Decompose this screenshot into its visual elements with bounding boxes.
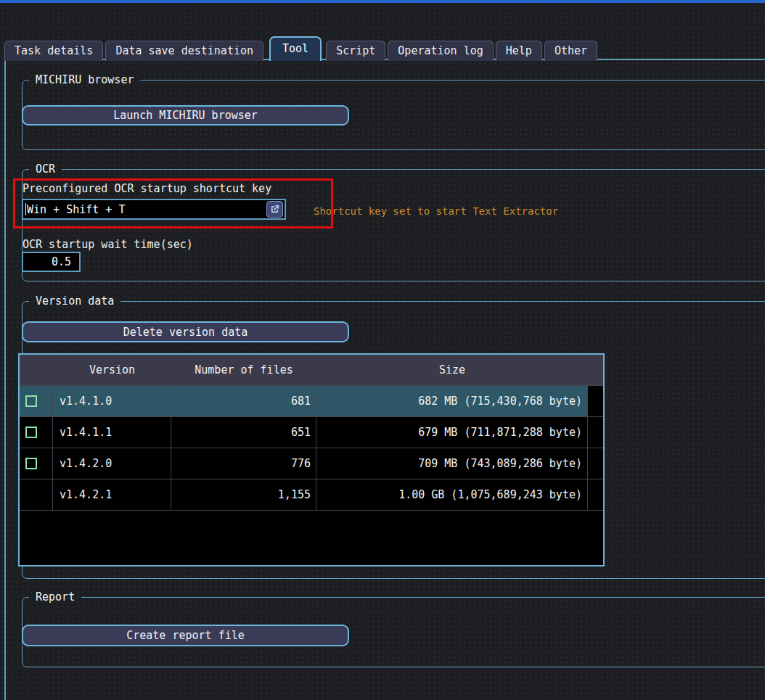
text-caret [25, 203, 26, 215]
table-row[interactable]: v1.4.1.0681682 MB (715,430,768 byte) [20, 386, 603, 417]
cell-number-of-files: 776 [171, 448, 316, 479]
cell-select [20, 479, 53, 510]
version-table-header: Version Number of files Size [20, 355, 603, 386]
cell-filler [588, 386, 603, 416]
cell-size: 1.00 GB (1,075,689,243 byte) [316, 479, 588, 510]
ocr-shortcut-label: Preconfigured OCR startup shortcut key [22, 182, 271, 195]
cell-filler [588, 448, 603, 479]
tab-script[interactable]: Script [326, 41, 385, 61]
cell-size: 679 MB (711,871,288 byte) [316, 417, 588, 448]
version-table-body: v1.4.1.0681682 MB (715,430,768 byte)v1.4… [20, 386, 603, 511]
header-number-of-files: Number of files [171, 355, 316, 385]
tab-operation-log[interactable]: Operation log [388, 41, 493, 61]
cell-number-of-files: 651 [171, 417, 316, 448]
cell-version: v1.4.2.0 [53, 448, 171, 479]
row-checkbox[interactable] [25, 458, 37, 469]
launch-michiru-browser-button[interactable]: Launch MICHIRU browser [22, 105, 349, 125]
cell-select [20, 417, 53, 448]
cell-size: 682 MB (715,430,768 byte) [316, 386, 588, 416]
header-filler [588, 355, 603, 385]
group-title-michiru-browser: MICHIRU browser [29, 73, 140, 86]
cell-select [20, 386, 53, 416]
tab-data-save-destination[interactable]: Data save destination [105, 41, 263, 61]
group-title-version-data: Version data [29, 295, 120, 308]
ocr-shortcut-input[interactable]: Win + Shift + T [22, 199, 286, 220]
tab-tool[interactable]: Tool [269, 36, 322, 61]
window-accent-bar [0, 0, 765, 3]
ocr-wait-label: OCR startup wait time(sec) [22, 238, 193, 251]
version-table: Version Number of files Size v1.4.1.0681… [18, 353, 605, 567]
ocr-wait-input[interactable]: 0.5 [22, 252, 81, 272]
row-checkbox[interactable] [25, 427, 37, 438]
cell-filler [588, 417, 603, 448]
group-title-report: Report [29, 590, 81, 604]
cell-version: v1.4.1.1 [53, 417, 171, 448]
cell-version: v1.4.1.0 [53, 386, 171, 416]
header-select-column [20, 355, 53, 385]
cell-filler [588, 479, 603, 510]
tab-task-details[interactable]: Task details [4, 41, 103, 61]
create-report-file-button[interactable]: Create report file [22, 625, 349, 646]
tab-bar: Task detailsData save destinationToolScr… [4, 36, 597, 61]
delete-version-data-button[interactable]: Delete version data [22, 321, 349, 342]
row-checkbox[interactable] [25, 395, 37, 407]
tab-help[interactable]: Help [496, 41, 542, 61]
open-in-new-icon[interactable] [266, 201, 283, 218]
table-row[interactable]: v1.4.2.0776709 MB (743,089,286 byte) [20, 448, 603, 479]
group-title-ocr: OCR [29, 162, 62, 176]
cell-number-of-files: 681 [171, 386, 316, 416]
header-size: Size [316, 355, 588, 385]
cell-select [20, 448, 53, 479]
cell-version: v1.4.2.1 [53, 479, 171, 510]
tab-other[interactable]: Other [544, 41, 597, 61]
cell-size: 709 MB (743,089,286 byte) [316, 448, 588, 479]
table-row[interactable]: v1.4.2.11,1551.00 GB (1,075,689,243 byte… [20, 479, 603, 511]
table-row[interactable]: v1.4.1.1651679 MB (711,871,288 byte) [20, 417, 603, 448]
ocr-shortcut-hint: Shortcut key set to start Text Extractor [314, 205, 558, 217]
cell-number-of-files: 1,155 [171, 479, 316, 510]
ocr-wait-value: 0.5 [52, 255, 71, 268]
ocr-shortcut-value: Win + Shift + T [27, 203, 125, 216]
app-window: Task detailsData save destinationToolScr… [0, 0, 765, 700]
header-version: Version [53, 355, 171, 385]
